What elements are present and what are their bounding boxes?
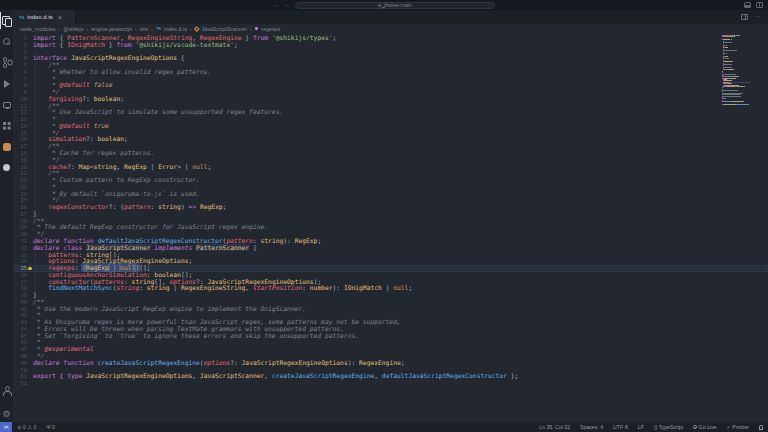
code-line[interactable]: 16 simulation?: boolean; (14, 136, 768, 143)
code-line[interactable]: 52 (14, 380, 768, 387)
line-number: 45 (14, 333, 27, 340)
minimap-line (722, 105, 750, 106)
code-line[interactable]: 8 * @default false (14, 82, 768, 89)
line-number: 18 (14, 150, 27, 157)
code-line[interactable]: 10 forgiving?: boolean; (14, 96, 768, 103)
line-number: 5 (14, 62, 27, 69)
code-line[interactable]: 29 * The default RegExp constructor for … (14, 224, 768, 231)
line-number: 16 (14, 136, 27, 143)
workspace-name: jhsites-main (384, 2, 412, 8)
remote-icon (4, 424, 8, 430)
status-encoding[interactable]: UTF-8 (608, 422, 633, 432)
editor-group: TS index.d.ts × ⋯ node_modules›@shikijs›… (14, 10, 768, 422)
code-line[interactable]: 46 * (14, 339, 768, 346)
status-go-live[interactable]: Go Live (688, 422, 721, 432)
code-line[interactable]: 47 * @experimental (14, 346, 768, 353)
settings-icon (2, 403, 10, 421)
status-eol[interactable]: LF (633, 422, 649, 432)
code-line[interactable]: 20 cache?: Map<string, RegExp | Error> |… (14, 164, 768, 171)
code-line[interactable]: 51export { type JavaScriptRegexEngineOpt… (14, 373, 768, 380)
explorer-icon (2, 16, 11, 25)
breadcrumb-separator: › (190, 26, 192, 32)
code-editor[interactable]: 1import { PatternScanner, RegexEngineStr… (14, 33, 768, 422)
line-number: 35 (14, 265, 27, 272)
code-line[interactable]: 39} (14, 292, 768, 299)
line-number: 7 (14, 76, 27, 83)
code-line[interactable]: 22 * Custom pattern to RegExp constructo… (14, 177, 768, 184)
command-center-search[interactable]: jhsites-main (295, 2, 495, 9)
activity-settings[interactable] (0, 401, 13, 422)
customize-layout-icon[interactable] (756, 2, 763, 8)
code-line[interactable]: 38 findNextMatchSync(string: string | Re… (14, 285, 768, 292)
line-number: 48 (14, 353, 27, 360)
activity-ext-circle[interactable] (0, 157, 13, 178)
tab-label: index.d.ts (27, 14, 53, 20)
breadcrumb-item[interactable]: JavaScriptScanner (201, 26, 246, 32)
run-debug-icon (4, 80, 10, 88)
nav-back-icon[interactable]: ← (273, 0, 279, 10)
code-line[interactable]: 9 */ (14, 89, 768, 96)
line-number: 14 (14, 123, 27, 130)
line-number: 30 (14, 231, 27, 238)
activity-ext-orange[interactable] (0, 136, 13, 157)
code-line[interactable]: 12 * Use JavaScript to simulate some uns… (14, 109, 768, 116)
code-line[interactable]: 18 * Cache for regex patterns. (14, 150, 768, 157)
line-number: 20 (14, 164, 27, 171)
status-ports[interactable]: Ψ 0 (41, 422, 60, 432)
breadcrumb-item[interactable]: engine-javascript (91, 26, 132, 32)
code-line[interactable]: 49declare function createJavaScriptRegex… (14, 360, 768, 367)
status-language-mode[interactable]: {} TypeScript (649, 422, 688, 432)
split-editor-icon[interactable] (741, 14, 748, 20)
nav-forward-icon[interactable]: → (284, 0, 290, 10)
activity-search[interactable] (0, 31, 13, 52)
activity-run-debug[interactable] (0, 73, 13, 94)
line-number: 38 (14, 285, 27, 292)
close-tab-icon[interactable]: × (58, 14, 62, 21)
code-line[interactable]: 32declare class JavaScriptScanner implem… (14, 245, 768, 252)
code-line[interactable]: 45 * Set `forgiving` to `true` to ignore… (14, 333, 768, 340)
status-indentation[interactable]: Spaces: 4 (575, 422, 608, 432)
activity-remote[interactable] (0, 94, 13, 115)
code-text: regexConstructor?: (pattern: string) => … (33, 204, 226, 211)
tab-index-dts[interactable]: TS index.d.ts × (14, 10, 76, 24)
breadcrumb-item[interactable]: regexps (261, 26, 280, 32)
line-number: 42 (14, 312, 27, 319)
line-number: 4 (14, 55, 27, 62)
activity-explorer[interactable] (0, 10, 13, 31)
code-line[interactable]: 4interface JavaScriptRegexEngineOptions … (14, 55, 768, 62)
breadcrumb-item[interactable]: node_modules (20, 26, 55, 32)
code-line[interactable]: 14 * @default true (14, 123, 768, 130)
toggle-panel-icon[interactable] (744, 2, 751, 8)
status-problems[interactable]: ⊘ 0 ⚠ 0 (12, 422, 41, 432)
code-line[interactable]: 6 * Whether to allow invalid regex patte… (14, 69, 768, 76)
more-actions-icon[interactable]: ⋯ (754, 14, 761, 20)
code-line[interactable]: 27} (14, 211, 768, 218)
code-line[interactable]: 24 * By default `oniguruma-to-js` is use… (14, 191, 768, 198)
breadcrumb-item[interactable]: dist (140, 26, 148, 32)
remote-icon (3, 102, 11, 108)
status-notifications[interactable] (754, 422, 768, 432)
code-line[interactable]: 41 * Use the modern JavaScript RegExp en… (14, 306, 768, 313)
status-cursor-position[interactable]: Ln 35, Col 32 (534, 422, 575, 432)
activity-extensions[interactable] (0, 115, 13, 136)
code-text: import { IOnigMatch } from '@shikijs/vsc… (33, 42, 238, 49)
code-line[interactable]: 13 * (14, 116, 768, 123)
lightbulb-icon[interactable] (28, 267, 32, 271)
code-text: * The default RegExp constructor for Jav… (33, 224, 268, 231)
minimap[interactable] (722, 35, 750, 107)
extensions-icon (3, 122, 6, 125)
breadcrumb-separator: › (135, 26, 137, 32)
breadcrumb-item[interactable]: index.d.ts (164, 26, 187, 32)
code-line[interactable]: 2import { IOnigMatch } from '@shikijs/vs… (14, 42, 768, 49)
code-line[interactable]: 26 regexConstructor?: (pattern: string) … (14, 204, 768, 211)
status-prettier[interactable]: ✓ Prettier (721, 422, 754, 432)
breadcrumb-item[interactable]: @shikijs (63, 26, 83, 32)
bell-icon (759, 425, 763, 429)
activity-source-control[interactable] (0, 52, 13, 73)
status-remote[interactable] (0, 422, 12, 432)
line-number: 1 (14, 35, 27, 42)
code-line[interactable]: 7 * (14, 76, 768, 83)
code-text: declare function createJavaScriptRegexEn… (33, 360, 405, 367)
activity-account[interactable] (0, 380, 13, 401)
line-number: 8 (14, 82, 27, 89)
